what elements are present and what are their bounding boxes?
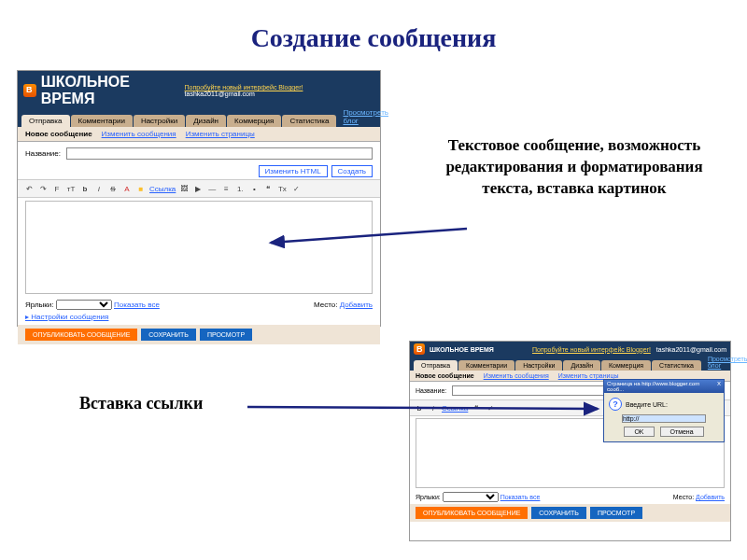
show-all-labels-link[interactable]: Показать все [500,494,541,500]
insert-image-icon[interactable]: 🖼 [178,183,190,194]
subtab-new-post[interactable]: Новое сообщение [25,130,92,138]
text-color-icon[interactable]: A [121,183,133,194]
blogger-editor-screenshot-2: ШКОЛЬНОЕ ВРЕМЯ Попробуйте новый интерфей… [409,341,731,541]
blogger-logo-icon [414,343,425,355]
try-new-interface-link[interactable]: Попробуйте новый интерфейс Blogger! [185,84,303,91]
compose-button[interactable]: Создать [331,165,373,177]
url-input[interactable] [622,414,706,423]
subtab-new-post[interactable]: Новое сообщение [416,372,474,379]
add-place-link[interactable]: Добавить [340,301,373,309]
place-area: Место: Добавить [314,301,373,309]
view-blog-link[interactable]: Просмотреть блог [337,106,394,127]
preview-button[interactable]: ПРОСМОТР [200,329,252,341]
post-settings-text: Настройки сообщения [31,313,108,321]
bold-icon[interactable]: b [79,183,91,194]
subtab-edit-posts[interactable]: Изменить сообщения [102,130,176,138]
brand-text: ШКОЛЬНОЕ ВРЕМЯ [430,346,494,353]
dialog-titlebar: Страница на http://www.blogger.com сооб.… [604,380,724,393]
post-settings-link[interactable]: ▸ Настройки сообщения [18,313,380,325]
tab-posting[interactable]: Отправка [414,360,458,371]
url-prompt-dialog: Страница на http://www.blogger.com сооб.… [603,379,725,442]
header-bar: ШКОЛЬНОЕ ВРЕМЯ Попробуйте новый интерфей… [410,342,730,357]
save-button[interactable]: СОХРАНИТЬ [531,507,586,519]
dialog-close-icon[interactable]: X [717,381,721,392]
place-label: Место: [673,494,694,500]
italic-icon[interactable]: i [93,183,105,194]
editor-mode-row: Изменить HTML Создать [18,165,380,179]
tab-posting[interactable]: Отправка [21,115,70,127]
labels-area: Ярлыки: Показать все [416,492,540,502]
labels-area: Ярлыки: Показать все [25,300,160,310]
try-new-interface-link[interactable]: Попробуйте новый интерфейс Blogger! [532,346,651,353]
post-metadata-row: Ярлыки: Показать все Место: Добавить [410,490,730,504]
action-buttons: ОПУБЛИКОВАТЬ СООБЩЕНИЕ СОХРАНИТЬ ПРОСМОТ… [18,325,380,344]
user-email: tashka2011@gmail.com [185,91,255,97]
account-area: Попробуйте новый интерфейс Blogger! tash… [532,346,726,353]
blogger-logo-icon [23,84,36,97]
edit-html-button[interactable]: Изменить HTML [259,165,328,177]
bg-color-icon[interactable]: ■ [135,183,147,194]
title-label: Название: [25,149,61,158]
publish-button[interactable]: ОПУБЛИКОВАТЬ СООБЩЕНИЕ [416,507,528,519]
labels-select[interactable] [56,300,112,310]
subtab-edit-pages[interactable]: Изменить страницы [558,372,619,379]
svg-line-0 [271,229,467,243]
more-break-icon[interactable]: — [206,183,218,194]
tab-design[interactable]: Дизайн [563,360,600,371]
labels-label: Ярлыки: [25,301,54,309]
tab-settings[interactable]: Настройки [515,360,562,371]
action-buttons: ОПУБЛИКОВАТЬ СООБЩЕНИЕ СОХРАНИТЬ ПРОСМОТ… [410,504,730,522]
dialog-prompt-text: Введите URL: [626,401,668,408]
post-metadata-row: Ярлыки: Показать все Место: Добавить [18,297,380,313]
font-icon[interactable]: F [51,183,63,194]
place-area: Место: Добавить [673,494,725,500]
numbered-list-icon[interactable]: 1. [234,183,246,194]
brand-text: ШКОЛЬНОЕ ВРЕМЯ [41,74,185,107]
save-button[interactable]: СОХРАНИТЬ [141,329,196,341]
sub-tabs: Новое сообщение Изменить сообщения Измен… [18,127,380,142]
account-area: Попробуйте новый интерфейс Blogger! tash… [185,84,374,97]
header-bar: ШКОЛЬНОЕ ВРЕМЯ Попробуйте новый интерфей… [18,71,380,110]
view-blog-link[interactable]: Просмотреть блог [702,354,747,371]
main-tabs: Отправка Комментарии Настройки Дизайн Ко… [18,110,380,127]
brand: ШКОЛЬНОЕ ВРЕМЯ [23,74,185,107]
main-tabs: Отправка Комментарии Настройки Дизайн Ко… [410,357,730,371]
subtab-edit-pages[interactable]: Изменить страницы [186,130,255,138]
arrow-1 [261,182,476,266]
tab-design[interactable]: Дизайн [186,115,226,127]
tab-stats[interactable]: Статистика [282,115,336,127]
strike-icon[interactable]: S [107,183,119,194]
user-email: tashka2011@gmail.com [656,346,726,353]
dialog-cancel-button[interactable]: Отмена [660,427,704,437]
preview-button[interactable]: ПРОСМОТР [590,507,642,519]
undo-icon[interactable]: ↶ [23,183,35,194]
redo-icon[interactable]: ↷ [37,183,49,194]
tab-comments[interactable]: Комментарии [71,115,133,127]
labels-select[interactable] [443,492,499,502]
show-all-labels-link[interactable]: Показать все [114,301,160,309]
slide-title: Создание сообщения [0,23,747,53]
publish-button[interactable]: ОПУБЛИКОВАТЬ СООБЩЕНИЕ [25,329,137,341]
insert-video-icon[interactable]: ▶ [192,183,204,194]
bullet-list-icon[interactable]: • [248,183,260,194]
dialog-ok-button[interactable]: OK [624,427,654,437]
arrow-2 [243,399,616,427]
svg-line-1 [247,407,598,409]
insert-link-button[interactable]: Ссылка [149,183,176,194]
align-icon[interactable]: ≡ [220,183,232,194]
tab-monetize[interactable]: Коммерция [227,115,281,127]
subtab-edit-posts[interactable]: Изменить сообщения [484,372,549,379]
post-title-row: Название: [18,142,380,165]
dialog-title-text: Страница на http://www.blogger.com сооб.… [607,381,717,392]
add-place-link[interactable]: Добавить [696,494,725,500]
title-label: Название: [416,387,446,394]
labels-label: Ярлыки: [416,494,441,500]
tab-comments[interactable]: Комментарии [458,360,514,371]
brand: ШКОЛЬНОЕ ВРЕМЯ [414,343,494,355]
place-label: Место: [314,301,337,309]
post-title-input[interactable] [66,147,373,160]
font-size-icon[interactable]: тТ [65,183,77,194]
tab-monetize[interactable]: Коммерция [601,360,651,371]
tab-stats[interactable]: Статистика [652,360,701,371]
tab-settings[interactable]: Настройки [134,115,185,127]
